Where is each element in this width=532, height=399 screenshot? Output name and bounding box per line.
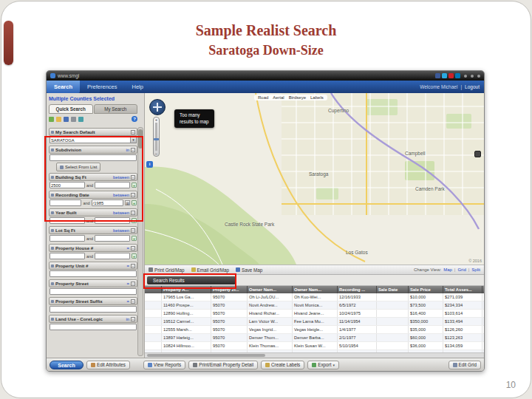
linkedin-icon[interactable] [455,73,460,78]
zoom-track[interactable] [155,123,157,151]
map-tools-icon[interactable] [474,151,481,157]
edit-grid-button[interactable]: Edit Grid [449,361,482,369]
panel-tab-my-search[interactable]: My Search [94,104,138,114]
map-view-aerial[interactable]: Aerial [273,95,284,100]
section-header-property-street[interactable]: Property Street=− [49,279,137,287]
table-row[interactable]: 17965 Los Ga...95070Oh Li-Ju/LOU...Oh Ku… [145,293,484,301]
maximize-icon[interactable] [471,75,474,78]
column-header-tax-amoun[interactable]: Tax Amoun... [482,286,485,293]
table-cell: Lam Victor W... [248,318,293,326]
table-row[interactable]: 12555 Marsh...95070Vegas Ingrid...Vegas … [145,326,484,334]
youtube-icon[interactable] [449,73,454,78]
help-icon[interactable]: ? [132,116,137,122]
column-header-recording[interactable]: Recording ... [338,286,377,293]
view-link-split[interactable]: Split [471,267,480,272]
collapse-toggle-icon[interactable]: − [131,299,135,304]
operator-link[interactable]: between [113,228,129,233]
operator-link[interactable]: = [127,282,129,286]
operator-link[interactable]: = [127,264,129,268]
search-button[interactable]: Search [50,361,83,369]
map-area[interactable]: CupertinoCampbellSaratogaLos GatosCastle… [145,93,484,265]
open-folder-icon[interactable] [56,117,61,122]
table-cell: $1,339 [482,310,485,318]
collapse-toggle-icon[interactable]: − [131,228,135,233]
column-header-owner-nam[interactable]: Owner Nam... [248,286,293,293]
value-input-to[interactable] [95,235,130,242]
value-input[interactable] [50,306,137,313]
nav-tab-preferences[interactable]: Preferences [80,81,124,93]
table-cell: $2,580 [482,301,485,310]
pan-control-icon[interactable] [149,99,166,115]
section-header-my-search-default[interactable]: My Search Default− [49,128,137,136]
facebook-icon[interactable] [435,73,440,78]
twitter-icon[interactable] [442,73,447,78]
print-grid-map-button[interactable]: Print Grid/Map [149,267,185,273]
map-view-road[interactable]: Road [258,95,268,100]
table-cell: 11/14/1954 [338,318,377,326]
hscrollbar-thumb[interactable] [147,354,265,357]
section-header-property-house[interactable]: Property House #=− [49,244,137,252]
collapse-toggle-icon[interactable]: − [131,317,135,321]
panel-tab-quick-search[interactable]: Quick Search [49,104,93,114]
table-row[interactable]: 12890 Holling...95070Hivand Richar...Hiv… [145,310,484,318]
edit-attributes-button[interactable]: Edit Attributes [86,361,130,369]
table-row[interactable]: 19512 Carmel...95070Lam Victor W...Fee L… [145,318,484,326]
add-criteria-icon[interactable]: + [132,236,137,241]
view-link-map[interactable]: Map [443,267,452,272]
value-input-from[interactable] [50,235,85,242]
value-input[interactable] [50,288,137,295]
nav-tab-help[interactable]: Help [124,81,150,93]
map-view-labels[interactable]: Labels [310,95,324,100]
view-link-grid[interactable]: Grid [457,267,466,272]
view-reports-button[interactable]: View Reports [143,361,185,369]
save-search-icon[interactable] [64,117,69,122]
value-input-from[interactable] [50,253,85,259]
value-input-to[interactable] [95,253,130,259]
logout-link[interactable]: Logout [465,84,480,89]
new-search-icon[interactable] [49,117,54,122]
column-header-sale-price[interactable]: Sale Price [409,286,443,293]
zoom-slider[interactable]: + − [153,117,160,157]
email-grid-map-button[interactable]: Email Grid/Map [191,267,229,273]
horizontal-scrollbar[interactable] [145,352,484,358]
value-input[interactable] [50,270,137,277]
section-header-property-street-suffix[interactable]: Property Street Suffix=− [49,297,137,305]
table-row[interactable]: 10824 Hillmoo...95070Klein Thomas...Klei… [145,342,484,350]
export-button[interactable]: Export▾ [307,361,339,369]
info-icon[interactable]: i [146,161,153,168]
table-row[interactable]: 13897 Harleig...95070Denver Thom...Denve… [145,334,484,342]
table-cell: $123,263 [443,334,482,342]
section-header-land-use-corelogic[interactable]: Land Use - CoreLogicin− [49,315,137,323]
collapse-toggle-icon[interactable]: − [131,282,135,286]
nav-tab-search[interactable]: Search [47,81,80,93]
zoom-in-icon[interactable]: + [155,117,158,122]
column-header-total-asses[interactable]: Total Asses... [443,286,482,293]
operator-link[interactable]: = [127,246,129,250]
section-header-lot-sq-ft[interactable]: Lot Sq Ftbetween− [49,226,137,234]
zoom-thumb[interactable] [154,138,159,140]
section-header-property-unit[interactable]: Property Unit #=− [49,262,137,270]
section-label: Property Street Suffix [55,299,126,304]
print-icon[interactable] [71,117,76,122]
table-row[interactable]: 11460 Prospe...95070Novit Andrew...Novit… [145,301,484,310]
column-header-owner-nam[interactable]: Owner Nam... [293,286,338,293]
minimize-icon[interactable] [464,75,467,78]
joiner-label: and [86,236,93,241]
save-map-button[interactable]: Save Map [236,267,262,273]
value-input[interactable] [50,324,137,330]
collapse-toggle-icon[interactable]: − [131,246,135,250]
add-criteria-icon[interactable]: + [132,253,137,259]
operator-link[interactable]: in [126,317,129,321]
close-icon[interactable] [477,75,480,78]
print-email-property-detail-button[interactable]: Print/Email Property Detail [188,361,258,369]
zoom-out-icon[interactable]: − [155,151,158,156]
operator-link[interactable]: = [127,299,129,304]
labels-icon [265,363,270,367]
collapse-toggle-icon[interactable]: − [131,130,135,134]
map-label-cupertino: Cupertino [328,108,349,113]
column-header-sale-date[interactable]: Sale Date [377,286,409,293]
history-icon[interactable] [78,117,83,122]
map-view-birdseye[interactable]: Birdseye [289,95,306,100]
create-labels-button[interactable]: Create Labels [261,361,304,369]
collapse-toggle-icon[interactable]: − [131,264,135,268]
